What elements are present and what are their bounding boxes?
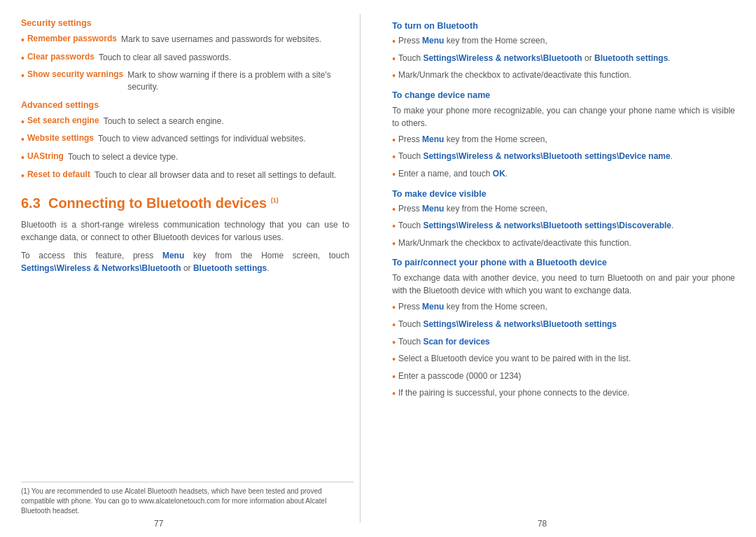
pair-connect-bullet-4: • Select a Bluetooth device you want to … bbox=[392, 353, 735, 367]
advanced-section: Advanced settings • Set search engine To… bbox=[21, 100, 349, 183]
make-visible-bullet-3: • Mark/Unmark the checkbox to activate/d… bbox=[392, 237, 735, 251]
bullet-icon: • bbox=[392, 203, 396, 217]
para2-end: Bluetooth settings bbox=[193, 263, 267, 273]
pair-connect-bullet-6: • If the pairing is successful, your pho… bbox=[392, 387, 735, 401]
change-name-body: To make your phone more recognizable, yo… bbox=[392, 104, 735, 130]
right-column: To turn on Bluetooth • Press Menu key fr… bbox=[382, 14, 735, 523]
turn-on-bullet-3: • Mark/Unmark the checkbox to activate/d… bbox=[392, 69, 735, 83]
change-name-section: To change device name To make your phone… bbox=[392, 90, 735, 182]
pair-connect-section: To pair/connect your phone with a Blueto… bbox=[392, 258, 735, 401]
reset-default-item: • Reset to default Touch to clear all br… bbox=[21, 169, 349, 183]
uastring-desc: Touch to select a device type. bbox=[68, 151, 178, 163]
remember-passwords-item: • Remember passwords Mark to save userna… bbox=[21, 34, 349, 48]
left-column: Security settings • Remember passwords M… bbox=[21, 14, 360, 523]
search-engine-label: Set search engine bbox=[27, 116, 99, 125]
bullet-icon: • bbox=[392, 319, 396, 333]
make-visible-desc-3: Mark/Unmark the checkbox to activate/dea… bbox=[398, 237, 631, 249]
website-settings-item: • Website settings Touch to view advance… bbox=[21, 133, 349, 147]
pair-connect-desc-6: If the pairing is successful, your phone… bbox=[398, 387, 629, 399]
bullet-icon: • bbox=[392, 53, 396, 67]
search-engine-desc: Touch to select a search engine. bbox=[104, 116, 224, 127]
reset-default-label: Reset to default bbox=[27, 169, 90, 179]
bullet-icon: • bbox=[21, 69, 24, 83]
website-settings-label: Website settings bbox=[27, 133, 94, 143]
uastring-label: UAString bbox=[27, 151, 64, 161]
bullet-icon: • bbox=[392, 301, 396, 315]
bullet-icon: • bbox=[21, 34, 24, 48]
bullet-icon: • bbox=[392, 237, 396, 251]
change-name-bullet-2: • Touch Settings\Wireless & networks\Blu… bbox=[392, 151, 735, 165]
bullet-icon: • bbox=[392, 69, 396, 83]
pair-connect-bullet-5: • Enter a passcode (0000 or 1234) bbox=[392, 370, 735, 384]
pair-connect-desc-4: Select a Bluetooth device you want to be… bbox=[398, 353, 631, 365]
make-visible-bullet-2: • Touch Settings\Wireless & networks\Blu… bbox=[392, 220, 735, 234]
bullet-icon: • bbox=[392, 336, 396, 350]
bullet-icon: • bbox=[392, 387, 396, 401]
change-name-desc-3: Enter a name, and touch OK. bbox=[398, 168, 507, 180]
footnote: (1) You are recommended to use Alcatel B… bbox=[21, 482, 354, 516]
section-63: 6.3 Connecting to Bluetooth devices (1) … bbox=[21, 195, 349, 274]
bullet-icon: • bbox=[392, 134, 396, 148]
clear-passwords-desc: Touch to clear all saved passwords. bbox=[99, 52, 231, 64]
bullet-icon: • bbox=[21, 52, 24, 66]
pair-connect-bullet-2: • Touch Settings\Wireless & networks\Blu… bbox=[392, 319, 735, 333]
bullet-icon: • bbox=[392, 220, 396, 234]
bullet-icon: • bbox=[392, 151, 396, 165]
security-section: Security settings • Remember passwords M… bbox=[21, 18, 349, 93]
turn-on-bullet-2: • Touch Settings\Wireless & networks\Blu… bbox=[392, 53, 735, 67]
bullet-icon: • bbox=[21, 116, 24, 130]
section-63-text: Connecting to Bluetooth devices bbox=[48, 195, 267, 211]
turn-on-desc-1: Press Menu key from the Home screen, bbox=[398, 35, 547, 47]
para2-or: or bbox=[181, 263, 193, 273]
show-security-desc: Mark to show warning if there is a probl… bbox=[127, 69, 349, 93]
turn-on-desc-2: Touch Settings\Wireless & networks\Bluet… bbox=[398, 53, 671, 64]
para2-path: Settings\Wireless & Networks\Bluetooth bbox=[21, 263, 181, 273]
section-63-para2: To access this feature, press Menu key f… bbox=[21, 249, 349, 274]
clear-passwords-item: • Clear passwords Touch to clear all sav… bbox=[21, 52, 349, 66]
remember-passwords-desc: Mark to save usernames and passwords for… bbox=[121, 34, 321, 46]
left-page-num: 77 bbox=[154, 519, 163, 529]
bullet-icon: • bbox=[392, 35, 396, 49]
section-63-sup: (1) bbox=[271, 197, 279, 204]
footnote-text: (1) You are recommended to use Alcatel B… bbox=[21, 487, 354, 516]
pair-connect-bullet-3: • Touch Scan for devices bbox=[392, 336, 735, 350]
pair-connect-body: To exchange data with another device, yo… bbox=[392, 272, 735, 297]
pair-connect-bullet-1: • Press Menu key from the Home screen, bbox=[392, 301, 735, 315]
search-engine-item: • Set search engine Touch to select a se… bbox=[21, 116, 349, 130]
bullet-icon: • bbox=[21, 169, 24, 183]
bullet-icon: • bbox=[392, 168, 396, 182]
reset-default-desc: Touch to clear all browser data and to r… bbox=[94, 169, 337, 181]
change-name-bullet-3: • Enter a name, and touch OK. bbox=[392, 168, 735, 182]
section-63-para1: Bluetooth is a short-range wireless comm… bbox=[21, 218, 349, 244]
turn-on-bullet-1: • Press Menu key from the Home screen, bbox=[392, 35, 735, 49]
remember-passwords-label: Remember passwords bbox=[27, 34, 117, 43]
clear-passwords-label: Clear passwords bbox=[27, 52, 94, 62]
pair-connect-desc-5: Enter a passcode (0000 or 1234) bbox=[398, 370, 521, 382]
website-settings-desc: Touch to view advanced settings for indi… bbox=[98, 133, 306, 145]
change-name-heading: To change device name bbox=[392, 90, 735, 100]
make-visible-desc-2: Touch Settings\Wireless & networks\Bluet… bbox=[398, 220, 673, 232]
bullet-icon: • bbox=[392, 370, 396, 384]
para2-period: . bbox=[267, 263, 269, 273]
footnote-content: You are recommended to use Alcatel Bluet… bbox=[21, 487, 326, 515]
pair-connect-heading: To pair/connect your phone with a Blueto… bbox=[392, 258, 735, 267]
para2-mid: key from the Home screen, touch bbox=[184, 251, 349, 260]
make-visible-heading: To make device visible bbox=[392, 189, 735, 199]
turn-on-heading: To turn on Bluetooth bbox=[392, 21, 735, 31]
security-heading: Security settings bbox=[21, 18, 349, 28]
section-63-title: 6.3 Connecting to Bluetooth devices (1) bbox=[21, 195, 349, 211]
change-name-desc-1: Press Menu key from the Home screen, bbox=[398, 134, 547, 146]
pair-connect-desc-1: Press Menu key from the Home screen, bbox=[398, 301, 547, 313]
footnote-num: (1) bbox=[21, 487, 29, 495]
show-security-label: Show security warnings bbox=[27, 69, 123, 79]
uastring-item: • UAString Touch to select a device type… bbox=[21, 151, 349, 165]
right-page-num: 78 bbox=[349, 519, 735, 529]
make-visible-section: To make device visible • Press Menu key … bbox=[392, 189, 735, 251]
pair-connect-desc-2: Touch Settings\Wireless & networks\Bluet… bbox=[398, 319, 617, 330]
turn-on-section: To turn on Bluetooth • Press Menu key fr… bbox=[392, 21, 735, 83]
bullet-icon: • bbox=[392, 353, 396, 367]
para2-menu: Menu bbox=[162, 251, 184, 260]
change-name-desc-2: Touch Settings\Wireless & networks\Bluet… bbox=[398, 151, 673, 162]
bullet-icon: • bbox=[21, 151, 24, 165]
turn-on-desc-3: Mark/Unmark the checkbox to activate/dea… bbox=[398, 69, 631, 81]
